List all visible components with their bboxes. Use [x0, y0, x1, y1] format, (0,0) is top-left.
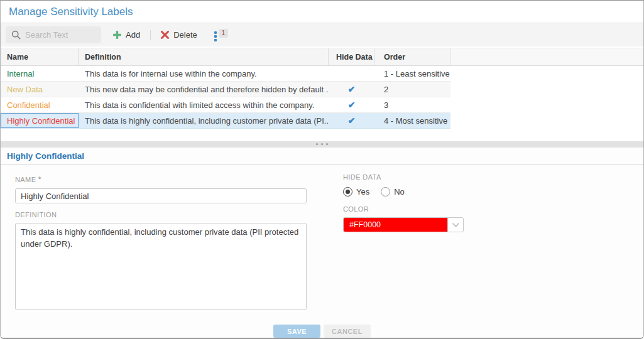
label-name: Internal [7, 69, 34, 78]
label-name: Confidential [7, 100, 50, 110]
label-definition: This data is highly confidential, includ… [85, 116, 329, 126]
table-row-selected[interactable]: Highly Confidential This data is highly … [1, 113, 643, 129]
overflow-count-badge: 1 [219, 29, 228, 38]
hide-data-check-icon: ✔ [348, 116, 356, 125]
table-row[interactable]: Internal This data is for internal use w… [1, 66, 643, 82]
color-dropdown[interactable]: #FF0000 [343, 217, 464, 232]
detail-panel: Highly Confidential NAME * DEFINITION Th… [1, 148, 643, 338]
panel-splitter[interactable] [1, 141, 643, 148]
label-name: New Data [7, 85, 43, 94]
column-header-order[interactable]: Order [374, 48, 450, 65]
label-definition: This data is confidential with limited a… [85, 100, 314, 110]
toolbar: Add Delete 1 [1, 23, 643, 46]
kebab-dots-icon [214, 29, 217, 41]
spacer [1, 129, 643, 141]
radio-selected-icon [343, 187, 352, 196]
label-order: 2 [384, 85, 388, 94]
color-swatch: #FF0000 [344, 218, 447, 232]
search-icon [11, 30, 21, 40]
delete-button[interactable]: Delete [160, 28, 199, 42]
save-button[interactable]: SAVE [273, 325, 320, 338]
name-field-label: NAME * [15, 175, 307, 184]
label-definition: This data is for internal use within the… [85, 69, 257, 78]
manage-sensitivity-labels-window: Manage Sensitivity Labels Add Delete 1 [0, 0, 644, 339]
search-input[interactable] [25, 30, 91, 40]
column-header-definition[interactable]: Definition [79, 48, 329, 65]
labels-table: Name Definition Hide Data Order Internal… [1, 48, 643, 129]
add-button-label: Add [126, 30, 140, 40]
table-row[interactable]: Confidential This data is confidential w… [1, 97, 643, 113]
chevron-down-icon[interactable] [447, 218, 463, 232]
hide-data-no-radio[interactable]: No [381, 187, 405, 196]
label-order: 3 [384, 100, 388, 110]
column-header-hide-data[interactable]: Hide Data [329, 48, 374, 65]
search-box[interactable] [6, 26, 101, 43]
radio-unselected-icon [381, 187, 390, 196]
cancel-button[interactable]: CANCEL [324, 325, 371, 338]
column-header-filler [450, 48, 643, 65]
hide-data-label: HIDE DATA [343, 173, 464, 181]
color-field-label: COLOR [343, 205, 464, 213]
required-asterisk: * [38, 175, 41, 184]
label-order: 4 - Most sensitive [384, 116, 447, 126]
definition-field[interactable]: This data is highly confidential, includ… [15, 223, 307, 310]
label-definition: This new data may be confidential and th… [85, 85, 329, 94]
add-button[interactable]: Add [112, 28, 141, 42]
table-row[interactable]: New Data This new data may be confidenti… [1, 82, 643, 97]
no-radio-label: No [394, 187, 405, 196]
hide-data-yes-radio[interactable]: Yes [343, 187, 369, 196]
column-header-name[interactable]: Name [1, 48, 79, 65]
overflow-menu-button[interactable]: 1 [214, 29, 228, 41]
hide-data-check-icon: ✔ [348, 85, 356, 94]
label-order: 1 - Least sensitive [384, 69, 450, 78]
delete-x-icon [161, 31, 169, 39]
yes-radio-label: Yes [356, 187, 369, 196]
table-header-row: Name Definition Hide Data Order [1, 48, 643, 66]
detail-form: NAME * DEFINITION This data is highly co… [1, 164, 643, 310]
form-actions: SAVE CANCEL [1, 325, 643, 338]
label-name: Highly Confidential [7, 116, 75, 126]
delete-button-label: Delete [173, 30, 197, 40]
definition-field-label: DEFINITION [15, 211, 307, 218]
title-bar: Manage Sensitivity Labels [1, 1, 643, 23]
detail-panel-title: Highly Confidential [1, 148, 643, 164]
name-field[interactable] [15, 188, 307, 203]
plus-icon [113, 31, 121, 39]
toolbar-separator [150, 30, 151, 40]
page-title: Manage Sensitivity Labels [9, 6, 133, 18]
hide-data-check-icon: ✔ [348, 100, 356, 109]
